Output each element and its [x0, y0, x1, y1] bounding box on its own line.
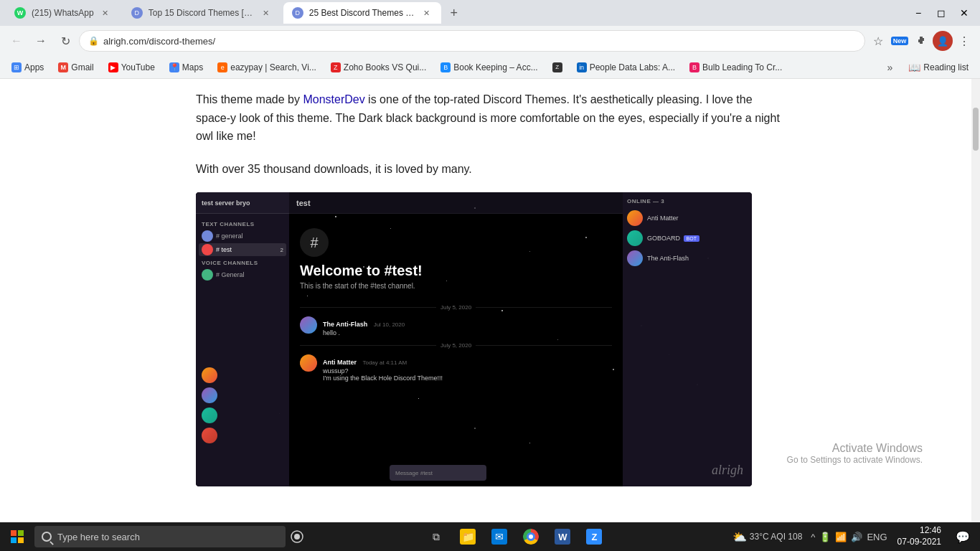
bookmark-youtube-label: YouTube: [121, 62, 155, 72]
channel-test-label: # test: [216, 246, 232, 253]
bookmark-pdl[interactable]: in People Data Labs: A...: [571, 59, 681, 76]
refresh-button[interactable]: ↻: [55, 30, 76, 52]
bookmark-zoho[interactable]: Z Zoho Books VS Qui...: [325, 59, 432, 76]
notification-button[interactable]: 💬: [951, 522, 974, 551]
profile-avatar: 👤: [933, 31, 953, 51]
bookmarks-more-button[interactable]: »: [880, 57, 900, 77]
member-avatar-1: [627, 210, 643, 226]
minimize-button[interactable]: −: [908, 3, 928, 23]
date-label: July 5, 2020: [440, 304, 471, 311]
extensions-button[interactable]: [911, 31, 931, 51]
article-text-before-link: This theme made by: [196, 93, 303, 105]
taskbar-app-zoom[interactable]: Z: [580, 522, 608, 551]
forward-button[interactable]: →: [30, 30, 52, 52]
tab-discord-best[interactable]: D 25 Best Discord Themes [For Bett... ✕: [283, 2, 441, 24]
scrollbar[interactable]: [971, 79, 980, 522]
bookmark-youtube[interactable]: ▶ YouTube: [103, 59, 161, 76]
system-tray: ⛅ 33°C AQI 108 ^ 🔋 📶 🔊 ENG 12:46 07-09-2…: [722, 522, 980, 551]
channel-voice-general[interactable]: # General: [199, 268, 286, 281]
date-separator: July 5, 2020: [300, 304, 612, 311]
settings-button[interactable]: ⋮: [954, 31, 974, 51]
tab-close-whatsapp[interactable]: ✕: [100, 7, 111, 19]
member-3: The Anti-Flash: [627, 250, 748, 266]
tab-close-discord-best[interactable]: ✕: [421, 7, 433, 19]
tray-icon-network[interactable]: 📶: [835, 532, 847, 542]
reading-list-label: Reading list: [923, 62, 969, 72]
address-bar-row: ← → ↻ 🔒 alrigh.com/discord-themes/ ☆ New: [0, 26, 980, 56]
text-channels-category: TEXT CHANNELS: [199, 218, 286, 229]
bookmark-apps-label: Apps: [24, 62, 44, 72]
tray-icon-1[interactable]: ^: [811, 532, 815, 542]
message-1: The Anti-Flash Jul 10, 2020 hello .: [300, 316, 612, 336]
taskbar-app-word[interactable]: W: [548, 522, 577, 551]
bookmark-zi[interactable]: Z: [547, 59, 568, 76]
activate-subtitle: Go to Settings to activate Windows.: [787, 455, 923, 465]
channel-header-name: test: [296, 199, 311, 207]
windows-logo-yellow: [18, 537, 24, 543]
voice-channels-category: VOICE CHANNELS: [199, 257, 286, 268]
tab-favicon-discord-themes: D: [131, 7, 143, 19]
tab-label-whatsapp: (215) WhatsApp: [32, 8, 94, 18]
discord-input-bar[interactable]: Message #test: [390, 465, 486, 481]
bookmark-bookkeep[interactable]: B Book Keeping – Acc...: [435, 59, 543, 76]
lock-icon: 🔒: [88, 36, 99, 46]
restore-button[interactable]: ◻: [931, 3, 951, 23]
member-name-1: Anti Matter: [647, 215, 679, 222]
tray-icon-battery[interactable]: 🔋: [819, 532, 831, 542]
tab-favicon-discord-best: D: [292, 7, 303, 19]
member-bot-tag: BOT: [684, 235, 699, 242]
tab-label-discord-best: 25 Best Discord Themes [For Bett...: [309, 8, 415, 18]
scrollbar-thumb[interactable]: [973, 108, 979, 151]
taskbar-app-mail[interactable]: ✉: [485, 522, 514, 551]
tab-close-discord-themes[interactable]: ✕: [260, 7, 272, 19]
weather-widget[interactable]: ⛅ 33°C AQI 108: [728, 530, 807, 544]
tab-whatsapp[interactable]: W (215) WhatsApp ✕: [6, 2, 120, 24]
discord-channel-header: test: [289, 192, 623, 214]
message-avatar-1: [300, 316, 317, 334]
bookmark-zoho-label: Zoho Books VS Qui...: [344, 62, 426, 72]
address-bar[interactable]: 🔒 alrigh.com/discord-themes/: [79, 30, 865, 52]
new-tab-button[interactable]: +: [444, 3, 464, 23]
language-indicator[interactable]: ENG: [867, 532, 887, 542]
bookmark-maps[interactable]: 📍 Maps: [164, 59, 209, 76]
fileexplorer-icon: 📁: [460, 529, 476, 545]
cortana-button[interactable]: [286, 522, 308, 551]
tray-icon-sound[interactable]: 🔊: [851, 532, 862, 542]
close-button[interactable]: ✕: [954, 3, 974, 23]
message-content-2: Anti Matter Today at 4:11 AM wussup? I'm…: [323, 354, 612, 382]
channel-general[interactable]: # general: [199, 230, 286, 242]
bookmark-gmail[interactable]: M Gmail: [52, 59, 99, 76]
search-bar[interactable]: Type here to search: [34, 526, 286, 547]
article-link-monsterdev[interactable]: MonsterDev: [303, 93, 364, 105]
start-button[interactable]: [0, 522, 34, 551]
zi-favicon: Z: [552, 62, 562, 72]
article-body: This theme made by MonsterDev is one of …: [167, 79, 813, 486]
channel-avatar-2: [202, 244, 213, 255]
bookmark-apps[interactable]: ⊞ Apps: [6, 59, 50, 76]
channel-test[interactable]: # test 2: [199, 243, 286, 256]
bookmark-eazypay[interactable]: e eazypay | Search, Vi...: [212, 59, 322, 76]
search-icon: [42, 532, 52, 542]
taskbar-app-chrome[interactable]: [517, 522, 545, 551]
star-button[interactable]: ☆: [868, 31, 888, 51]
windows-logo-blue: [11, 537, 17, 543]
windows-logo-green: [18, 530, 24, 536]
clock[interactable]: 12:46 07-09-2021: [892, 525, 947, 547]
title-bar: W (215) WhatsApp ✕ D Top 15 Discord Them…: [0, 0, 980, 26]
message-2: Anti Matter Today at 4:11 AM wussup? I'm…: [300, 354, 612, 382]
taskbar-app-taskview[interactable]: ⧉: [422, 522, 451, 551]
tab-discord-themes[interactable]: D Top 15 Discord Themes [For Bett... ✕: [123, 2, 281, 24]
reading-list-button[interactable]: 📖 Reading list: [903, 59, 974, 76]
bookmark-bulb[interactable]: B Bulb Leading To Cr...: [684, 59, 788, 76]
taskbar-app-fileexplorer[interactable]: 📁: [453, 522, 482, 551]
back-button[interactable]: ←: [6, 30, 27, 52]
message-text-2a: wussup?: [323, 367, 612, 375]
article-paragraph-1: This theme made by MonsterDev is one of …: [196, 90, 784, 146]
message-content-1: The Anti-Flash Jul 10, 2020 hello .: [323, 316, 612, 336]
message-timestamp-2: Today at 4:11 AM: [362, 359, 407, 366]
profile-button[interactable]: 👤: [933, 31, 953, 51]
bookmark-pdl-label: People Data Labs: A...: [590, 62, 675, 72]
window-controls: − ◻ ✕: [908, 3, 974, 23]
chrome-icon: [523, 529, 539, 545]
channel-voice-label: # General: [216, 271, 245, 278]
